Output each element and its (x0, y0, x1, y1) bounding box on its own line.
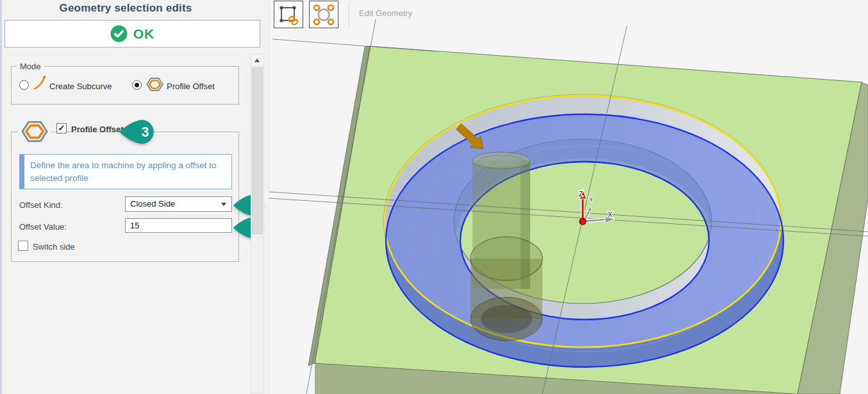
toolbar-divider (349, 2, 349, 26)
chain-link-icon (278, 4, 299, 25)
edit-geometry-label: Edit Geometry (359, 8, 412, 18)
chain-select-button[interactable] (274, 1, 303, 28)
create-subcurve-radio[interactable] (19, 80, 29, 90)
chevron-down-icon (221, 203, 226, 206)
profile-offset-radio-label: Profile Offset (167, 81, 215, 91)
info-accent-bar (20, 155, 24, 189)
hexagon-icon (21, 120, 49, 143)
points-circle-icon (313, 4, 335, 26)
multi-point-select-button[interactable] (309, 1, 338, 28)
offset-kind-value: Closed Side (130, 199, 175, 209)
info-box: Define the area to machine by appling a … (19, 154, 232, 189)
page-title: Geometry selection edits (0, 2, 251, 15)
create-subcurve-label: Create Subcurve (49, 81, 112, 91)
mode-group: Mode Create Subcurve Profile Offset (11, 66, 239, 105)
svg-text:3: 3 (142, 124, 149, 140)
geometry-edit-panel: Geometry selection edits OK Mode Create … (0, 0, 269, 394)
panel-edge-strip (0, 0, 2, 394)
z-axis-label: Z (579, 190, 583, 198)
y-axis-label: Y (589, 196, 593, 203)
offset-value-label: Offset Value: (19, 222, 67, 232)
profile-offset-checkbox[interactable]: ✓ (56, 123, 67, 133)
subcurve-icon (33, 75, 47, 90)
application-window: Geometry selection edits OK Mode Create … (0, 0, 868, 394)
scrollbar-up-button[interactable] (251, 55, 263, 66)
x-axis-label: X (608, 210, 613, 218)
profile-offset-checkbox-label: Profile Offset (71, 124, 124, 134)
scrollbar-thumb[interactable] (252, 67, 263, 234)
profile-offset-radio[interactable] (132, 80, 142, 90)
mode-group-legend: Mode (17, 62, 44, 71)
ok-button-label: OK (133, 26, 155, 42)
offset-kind-label: Offset Kind: (19, 200, 63, 210)
offset-kind-select[interactable]: Closed Side (125, 196, 232, 212)
origin-point (580, 218, 586, 225)
panel-scrollbar[interactable] (251, 54, 264, 394)
ok-button[interactable]: OK (4, 20, 260, 47)
step-badge-3: 3 (118, 117, 160, 147)
info-text: Define the area to machine by appling a … (30, 159, 222, 185)
hexagon-icon (146, 77, 163, 92)
switch-side-checkbox[interactable] (18, 241, 28, 251)
switch-side-label: Switch side (33, 242, 75, 252)
viewport-area: Z Y X (269, 0, 868, 394)
check-circle-icon (110, 25, 128, 42)
offset-value-input[interactable] (125, 218, 232, 233)
viewport-canvas[interactable]: Z Y X (269, 0, 868, 394)
